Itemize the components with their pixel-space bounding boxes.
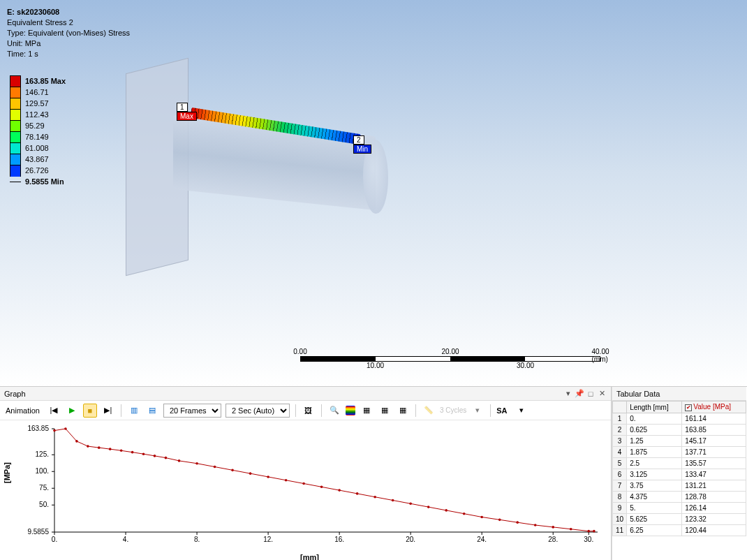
result-unit: Unit: MPa (7, 38, 130, 49)
frames-select[interactable]: 20 Frames (163, 404, 221, 418)
col-value: ✔Value [MPa] (682, 401, 746, 413)
band3-button[interactable]: ▦ (396, 404, 410, 418)
zoom-fit-button[interactable]: 🔍 (327, 404, 341, 418)
chart-xlabel: [mm] (300, 553, 319, 560)
svg-point-44 (195, 462, 198, 465)
svg-text:4.: 4. (123, 536, 128, 543)
svg-point-60 (480, 516, 483, 519)
legend-colors-button[interactable] (346, 406, 355, 415)
probe-1[interactable]: 1 Max (177, 103, 197, 121)
tabular-data-panel: Tabular Data Length [mm] ✔Value [MPa] 10… (612, 387, 746, 560)
table-row[interactable]: 52.5135.57 (613, 458, 746, 469)
svg-text:28.: 28. (548, 536, 558, 543)
svg-text:16.: 16. (334, 536, 344, 543)
table-row[interactable]: 63.125133.47 (613, 469, 746, 480)
svg-point-45 (214, 466, 216, 469)
first-frame-button[interactable]: |◀ (47, 404, 61, 418)
svg-point-63 (534, 524, 537, 526)
export-video-button[interactable]: 🖼 (302, 404, 316, 418)
svg-point-33 (64, 427, 67, 430)
table-row[interactable]: 73.75131.21 (613, 480, 746, 492)
svg-point-32 (53, 429, 56, 432)
stop-button[interactable]: ■ (83, 404, 97, 418)
cycles-dropdown-icon: ▾ (471, 404, 485, 418)
svg-point-54 (374, 496, 376, 499)
svg-point-34 (75, 440, 78, 443)
table-row[interactable]: 84.375128.78 (613, 492, 746, 503)
result-name: Equivalent Stress 2 (7, 17, 130, 28)
graph-panel: Graph ▾ 📌 □ ✕ Animation |◀ ▶ ■ ▶| ▥ ▤ 20… (0, 387, 612, 560)
last-frame-button[interactable]: ▶| (101, 404, 115, 418)
table-row[interactable]: 10.161.14 (613, 413, 746, 425)
table-row[interactable]: 116.25120.44 (613, 525, 746, 536)
svg-text:12.: 12. (263, 536, 273, 543)
band-button[interactable]: ▦ (360, 404, 374, 418)
sa-label: SA (496, 406, 507, 415)
table-row[interactable]: 41.875137.71 (613, 447, 746, 458)
svg-point-64 (552, 526, 554, 529)
pin-icon[interactable]: 📌 (575, 389, 584, 399)
tabular-title: Tabular Data (616, 390, 660, 398)
maximize-icon[interactable]: □ (586, 389, 596, 399)
svg-point-49 (285, 479, 288, 482)
chart-ylabel: [MPa] (3, 462, 11, 483)
distributed-frames-button[interactable]: ▥ (127, 404, 141, 418)
svg-point-36 (98, 446, 101, 449)
svg-point-58 (445, 509, 448, 512)
svg-point-41 (154, 455, 156, 457)
scale-ruler: 0.00 20.00 40.00 (mm) 10.00 30.00 (300, 348, 600, 370)
table-row[interactable]: 105.625123.32 (613, 514, 746, 525)
col-index (613, 401, 627, 413)
seconds-select[interactable]: 2 Sec (Auto) (225, 404, 290, 418)
svg-point-53 (356, 492, 359, 495)
result-time: Time: 1 s (7, 49, 130, 59)
svg-text:20.: 20. (406, 536, 415, 543)
play-button[interactable]: ▶ (65, 404, 79, 418)
table-row[interactable]: 95.126.14 (613, 503, 746, 514)
svg-point-52 (338, 489, 341, 492)
svg-point-62 (516, 521, 519, 524)
svg-point-57 (427, 506, 430, 508)
svg-point-48 (267, 476, 269, 478)
svg-text:163.85: 163.85 (27, 425, 49, 432)
svg-text:8.: 8. (194, 536, 200, 543)
tabular-table: Length [mm] ✔Value [MPa] 10.161.1420.625… (612, 401, 746, 536)
svg-point-38 (120, 450, 123, 452)
svg-text:100.: 100. (36, 467, 49, 475)
table-row[interactable]: 20.625163.85 (613, 425, 746, 436)
svg-point-47 (249, 472, 252, 475)
animation-label: Animation (6, 406, 40, 415)
svg-text:0.: 0. (52, 536, 57, 543)
band2-button[interactable]: ▦ (378, 404, 392, 418)
svg-point-61 (498, 519, 501, 522)
svg-point-40 (142, 452, 145, 455)
result-sets-button[interactable]: ▤ (145, 404, 159, 418)
close-icon[interactable]: ✕ (597, 389, 607, 399)
result-type: Type: Equivalent (von-Mises) Stress (7, 28, 130, 38)
case-label: E: sk20230608 (7, 7, 130, 17)
animation-toolbar: Animation |◀ ▶ ■ ▶| ▥ ▤ 20 Frames 2 Sec … (0, 401, 611, 420)
tabular-header: Tabular Data (612, 387, 746, 401)
svg-point-43 (178, 459, 181, 462)
svg-text:50.: 50. (39, 501, 49, 508)
graph-title: Graph (4, 390, 26, 398)
svg-point-42 (165, 457, 168, 459)
chart-area[interactable]: 9.585550.75.100.125.163.850.4.8.12.16.20… (0, 420, 611, 560)
svg-text:9.5855: 9.5855 (27, 528, 49, 536)
svg-point-67 (593, 530, 596, 533)
cycles-label: 3 Cycles (440, 406, 466, 414)
col-length: Length [mm] (627, 401, 682, 413)
graph-header: Graph ▾ 📌 □ ✕ (0, 387, 611, 401)
svg-text:125.: 125. (36, 450, 49, 458)
viewport-3d[interactable]: E: sk20230608 Equivalent Stress 2 Type: … (0, 0, 747, 387)
probe-2[interactable]: 2 Min (353, 135, 371, 154)
svg-point-37 (109, 448, 112, 450)
table-row[interactable]: 31.25145.17 (613, 436, 746, 447)
svg-point-50 (302, 482, 305, 485)
svg-point-56 (409, 503, 412, 506)
svg-point-39 (131, 451, 134, 454)
dropdown-icon[interactable]: ▾ (563, 389, 573, 399)
svg-text:24.: 24. (477, 536, 487, 543)
sa-dropdown-icon[interactable]: ▾ (515, 404, 528, 418)
svg-point-51 (320, 486, 323, 489)
